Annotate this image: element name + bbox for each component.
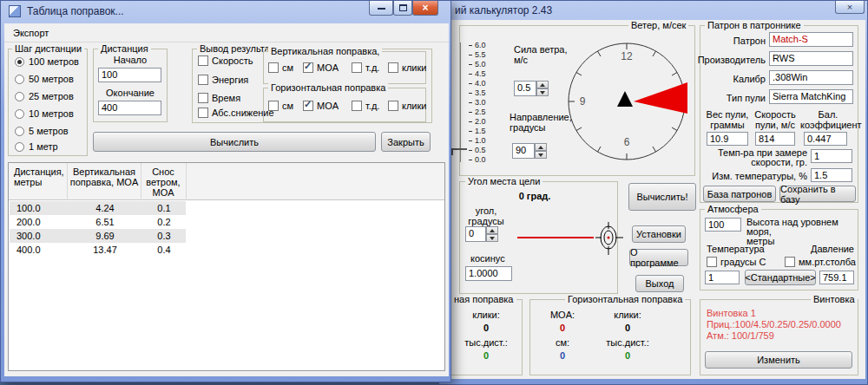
bullet-speed-label: Скорость пули, м/с (752, 109, 799, 130)
close-button[interactable]: × (412, 1, 438, 16)
radio-step-50m[interactable]: 50 метров (15, 74, 74, 84)
spinner-up-icon[interactable] (536, 81, 549, 88)
horizontal-clicks-checkbox[interactable]: клики (388, 101, 426, 111)
bullet-speed-field[interactable]: 814 (755, 132, 795, 146)
table-row[interactable]: 400.0 13.47 0.4 (10, 243, 444, 257)
wind-scale-tick: 1.5 (469, 127, 486, 135)
distance-end-field[interactable]: 400 (98, 101, 161, 115)
tick-dash-icon (469, 160, 472, 160)
checkbox-box (198, 93, 208, 103)
checkbox-box (388, 62, 398, 73)
vertical-cm-checkbox[interactable]: см (268, 62, 293, 73)
table-row[interactable]: 200.0 6.51 0.2 (10, 215, 444, 229)
output-speed-checkbox[interactable]: Скорость (198, 55, 253, 66)
vert-mils-value: 0 (460, 350, 512, 361)
minimize-icon (378, 7, 385, 10)
save-to-db-button[interactable]: Сохранить в базу (779, 186, 856, 202)
cartridge-label: Патрон (696, 36, 766, 46)
radio-step-10m[interactable]: 10 метров (15, 108, 74, 119)
table-row[interactable]: 100.0 4.24 0.1 (10, 201, 444, 215)
measure-temp-field[interactable]: 1 (811, 149, 852, 163)
sight-line (517, 237, 594, 238)
window-title: Таблица поправок... (27, 5, 124, 17)
col-header-distance: Дистанция, метры (14, 166, 64, 187)
calculate-button[interactable]: Вычислить! (628, 183, 696, 211)
spinner-up-icon[interactable] (486, 226, 498, 234)
horizontal-moa-checkbox[interactable]: ✓MOA (303, 101, 339, 111)
wind-scale-tick: 4.0 (469, 79, 486, 88)
wind-arrow-icon (634, 82, 687, 114)
wind-slider-handle[interactable] (451, 148, 467, 150)
cosine-label: косинус (470, 253, 505, 264)
standard-atmosphere-button[interactable]: <Стандартные> (745, 270, 816, 285)
checkbox-box (388, 101, 398, 111)
exit-button[interactable]: Выход (635, 275, 684, 292)
minimize-button[interactable] (369, 1, 393, 16)
celsius-checkbox[interactable]: градусы C (707, 257, 766, 267)
mmhg-checkbox[interactable]: мм.рт.столба (785, 257, 856, 267)
header-divider (186, 163, 187, 200)
cartridge-field[interactable]: Match-S (769, 32, 853, 47)
spinner-down-icon[interactable] (486, 234, 498, 242)
tick-dash-icon (469, 102, 472, 103)
menu-item-export[interactable]: Экспорт (13, 28, 49, 38)
wind-direction-spinner[interactable]: 90 (512, 143, 547, 159)
pressure-field[interactable]: 759.1 (819, 271, 854, 284)
distance-range-group-label: Дистанция (98, 43, 151, 54)
close-button[interactable]: × (835, 1, 865, 14)
wind-scale-tick: 5.0 (469, 60, 486, 69)
checkbox-box (785, 257, 795, 267)
radio-step-25m[interactable]: 25 метров (15, 91, 74, 101)
bullet-type-label: Тип пули (696, 93, 766, 103)
caliber-field[interactable]: .308Win (769, 70, 853, 85)
horizontal-mil-checkbox[interactable]: т.д. (352, 101, 379, 111)
radio-step-1m[interactable]: 1 метр (15, 141, 58, 152)
vertical-moa-checkbox[interactable]: ✓MOA (303, 62, 339, 73)
spinner-down-icon[interactable] (536, 88, 549, 96)
temperature-field[interactable]: 1 (705, 271, 740, 284)
horiz-mils-label: тыс.дист.: (601, 337, 654, 348)
rifle-name-text: Винтовка 1 (707, 308, 856, 318)
altitude-field[interactable]: 100 (705, 218, 741, 232)
manufacturer-field[interactable]: RWS (769, 51, 853, 66)
distance-end-label: Окончание (93, 88, 168, 98)
ballistic-coefficient-field[interactable]: 0.447 (804, 132, 847, 146)
rifle-scope-text: Приц.:100/4.5/0.25/0.25/0.0000 (707, 319, 856, 330)
bullet-type-field[interactable]: Sierra MatchKing (769, 89, 853, 104)
rifle-change-button[interactable]: Изменить (705, 351, 852, 369)
settings-button[interactable]: Установки (632, 225, 686, 243)
radio-step-5m[interactable]: 5 метров (15, 126, 69, 136)
pressure-label: Давление (804, 244, 854, 254)
table-row[interactable]: 300.0 9.69 0.3 (10, 229, 444, 243)
output-time-checkbox[interactable]: Время (198, 93, 240, 103)
calculate-table-button[interactable]: Вычислить (93, 132, 376, 152)
horizontal-correction-group-label: Горизонтальная поправка (565, 294, 685, 304)
wind-speed-spinner[interactable]: 0.5 (514, 81, 549, 96)
maximize-button[interactable] (393, 1, 412, 16)
tick-dash-icon (469, 64, 472, 65)
angle-spinner[interactable]: 0 (465, 226, 498, 242)
cartridge-db-button[interactable]: База патронов (703, 186, 776, 202)
spinner-up-icon[interactable] (535, 143, 547, 151)
dial-6: 6 (621, 136, 633, 148)
radio-step-100m[interactable]: 100 метров (15, 56, 79, 67)
rifle-atm-text: Атм.: 100/1/759 (707, 330, 856, 341)
cosine-field[interactable]: 1.0000 (465, 266, 512, 281)
spinner-down-icon[interactable] (535, 151, 547, 159)
distance-start-field[interactable]: 100 (98, 68, 161, 82)
vertical-clicks-checkbox[interactable]: клики (388, 62, 426, 73)
dial-12: 12 (618, 50, 635, 62)
bullet-weight-field[interactable]: 10.9 (707, 132, 748, 146)
temperature-label: Температура (707, 244, 765, 254)
about-button[interactable]: О программе (629, 249, 688, 266)
vertical-mil-checkbox[interactable]: т.д. (352, 62, 379, 73)
wind-scale-tick: 0.0 (469, 155, 486, 164)
wind-group-label: Ветер, м/сек (628, 20, 688, 30)
table-header: Дистанция, метры Вертикальная поправка, … (9, 163, 444, 200)
temp-change-field[interactable]: 1.5 (811, 168, 852, 182)
output-energy-checkbox[interactable]: Энергия (198, 75, 248, 85)
corrections-table-window: Таблица поправок... × Экспорт Шаг дистан… (0, 0, 451, 382)
tick-dash-icon (469, 121, 472, 122)
horizontal-cm-checkbox[interactable]: см (268, 101, 293, 111)
close-table-button[interactable]: Закрыть (381, 132, 431, 152)
